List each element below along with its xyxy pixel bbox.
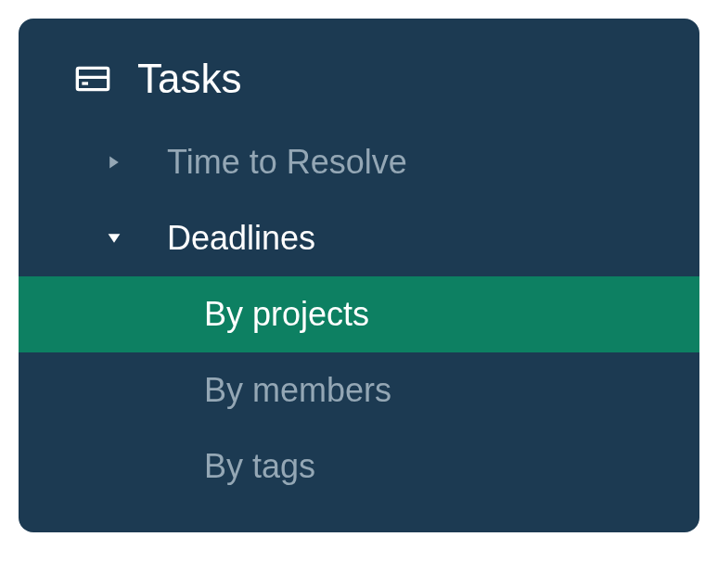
nav-item-label: Deadlines	[167, 219, 315, 258]
nav-item-by-members[interactable]: By members	[19, 352, 699, 428]
nav-list: Time to Resolve Deadlines By projects By…	[19, 124, 699, 505]
section-title: Tasks	[137, 56, 241, 102]
nav-item-by-projects[interactable]: By projects	[19, 276, 699, 352]
nav-item-label: By tags	[204, 447, 315, 486]
nav-item-deadlines[interactable]: Deadlines	[19, 200, 699, 276]
nav-item-time-to-resolve[interactable]: Time to Resolve	[19, 124, 699, 200]
tasks-icon	[74, 60, 111, 97]
sidebar-panel: Tasks Time to Resolve Deadlines By proje…	[19, 19, 699, 532]
chevron-right-icon	[106, 154, 122, 171]
svg-marker-4	[109, 234, 121, 243]
nav-item-label: By projects	[204, 295, 369, 334]
svg-marker-3	[109, 157, 119, 169]
nav-item-by-tags[interactable]: By tags	[19, 428, 699, 505]
section-header: Tasks	[19, 56, 699, 124]
nav-item-label: Time to Resolve	[167, 143, 407, 182]
chevron-down-icon	[106, 230, 122, 247]
nav-item-label: By members	[204, 371, 391, 410]
